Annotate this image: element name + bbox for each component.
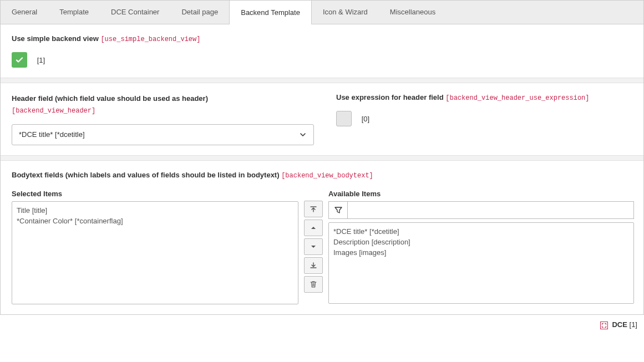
move-down-icon <box>310 243 317 250</box>
available-items-header: Available Items <box>328 190 634 198</box>
header-field-selected-value: *DCE title* [*dcetitle] <box>19 130 85 139</box>
move-bottom-button[interactable] <box>304 257 323 274</box>
move-bottom-icon <box>310 262 317 269</box>
check-icon <box>15 55 24 64</box>
header-expr-checkbox[interactable] <box>336 111 352 126</box>
tab-dce-container[interactable]: DCE Container <box>100 1 170 24</box>
move-top-button[interactable] <box>304 201 323 217</box>
footer-path: DCE [1] <box>0 315 644 329</box>
footer-label: DCE <box>612 320 627 329</box>
simple-view-key: [use_simple_backend_view] <box>100 35 200 43</box>
move-up-icon <box>310 225 317 231</box>
move-down-button[interactable] <box>304 238 323 255</box>
simple-view-value: [1] <box>37 56 45 64</box>
header-expr-value: [0] <box>362 115 369 123</box>
move-up-button[interactable] <box>304 220 323 236</box>
selected-items-listbox[interactable]: Title [title] *Container Color* [*contai… <box>12 201 298 304</box>
list-item[interactable]: *Container Color* [*containerflag] <box>17 216 293 226</box>
simple-view-label: Use simple backend view <box>12 34 99 43</box>
bodytext-key: [backend_view_bodytext] <box>281 172 373 180</box>
header-expr-label: Use expression for header field <box>336 93 444 101</box>
chevron-down-icon <box>299 131 307 139</box>
header-field-label: Header field (which field value should b… <box>12 94 208 103</box>
bodytext-label: Bodytext fields (which labels and values… <box>12 171 280 179</box>
header-field-select[interactable]: *DCE title* [*dcetitle] <box>12 124 314 145</box>
tab-template[interactable]: Template <box>48 1 100 24</box>
tab-detail-page[interactable]: Detail page <box>170 1 229 24</box>
selected-items-header: Selected Items <box>12 190 298 198</box>
trash-icon <box>310 281 317 288</box>
remove-button[interactable] <box>304 276 323 293</box>
list-item[interactable]: Images [images] <box>333 247 629 258</box>
tab-backend-template[interactable]: Backend Template <box>229 1 312 24</box>
simple-view-checkbox[interactable] <box>12 52 27 68</box>
header-field-key: [backend_view_header] <box>12 107 95 115</box>
list-item[interactable]: *DCE title* [*dcetitle] <box>333 226 629 237</box>
list-item[interactable]: Title [title] <box>17 205 293 216</box>
available-items-listbox[interactable]: *DCE title* [*dcetitle] Description [des… <box>328 222 634 304</box>
tab-bar: General Template DCE Container Detail pa… <box>0 0 644 24</box>
tab-miscellaneous[interactable]: Miscellaneous <box>379 1 447 24</box>
filter-icon <box>334 206 342 214</box>
dual-list-controls <box>304 201 323 293</box>
dce-icon <box>600 322 608 329</box>
panel-backend-template: Use simple backend view [use_simple_back… <box>0 24 644 315</box>
filter-icon-box <box>328 201 347 219</box>
tab-general[interactable]: General <box>1 1 48 24</box>
tab-icon-wizard[interactable]: Icon & Wizard <box>312 1 379 24</box>
footer-count: [1] <box>630 320 637 329</box>
available-filter-input[interactable] <box>347 201 634 219</box>
list-item[interactable]: Description [description] <box>333 237 629 247</box>
header-expr-key: [backend_view_header_use_expression] <box>445 94 589 102</box>
move-top-icon <box>310 205 317 213</box>
